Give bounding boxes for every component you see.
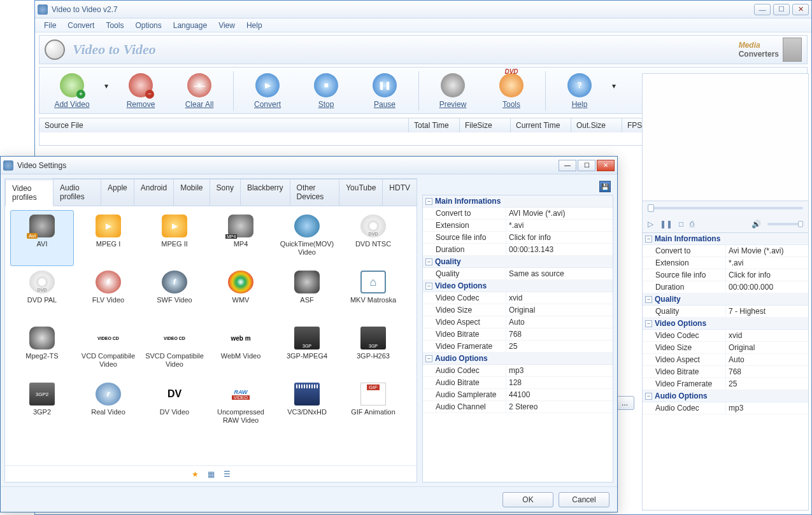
property-value[interactable]: Auto [725,354,808,365]
browse-output-button[interactable]: ... [615,396,634,410]
tab-audio-profiles[interactable]: Audio profiles [53,179,101,206]
property-row[interactable]: Extension*.avi [423,220,613,232]
tab-sony[interactable]: Sony [210,179,241,206]
profile-asf[interactable]: ASF [275,266,339,322]
menu-file[interactable]: File [39,20,61,31]
property-row[interactable]: Video Bitrate768 [643,366,808,378]
preview-button[interactable]: Preview [424,70,481,112]
maximize-button[interactable]: ☐ [773,4,790,15]
property-value[interactable]: 25 [506,341,613,352]
property-row[interactable]: Video Bitrate768 [423,328,613,341]
property-value[interactable]: Auto [506,316,613,328]
property-value[interactable]: *.avi [506,220,613,231]
group-expander[interactable]: − [425,198,432,205]
property-row[interactable]: Convert toAVI Movie (*.avi) [423,208,613,220]
profile-real-video[interactable]: rReal Video [76,378,140,434]
group-expander[interactable]: − [645,393,652,400]
property-value[interactable]: Avi Movie (*.avi) [725,245,808,257]
profile-mpeg-i[interactable]: ▶MPEG I [76,210,140,266]
grid-view-icon[interactable]: ▦ [208,470,215,479]
group-expander[interactable]: − [425,258,432,265]
property-value[interactable]: 2 Stereo [506,401,613,413]
save-profile-icon[interactable]: 💾 [599,181,611,192]
menu-view[interactable]: View [213,20,240,31]
property-row[interactable]: Video Codecxvid [643,330,808,342]
profile-3gp2[interactable]: 3GP23GP2 [10,378,74,434]
property-row[interactable]: Quality7 - Highest [643,306,808,318]
profile-dvd-pal[interactable]: DVD PAL [10,266,74,322]
property-row[interactable]: Source file infoClick for info [643,269,808,281]
profile-vc3-dnxhd[interactable]: VC3/DNxHD [275,378,339,434]
property-row[interactable]: Duration00:00:13.143 [423,244,613,256]
profile-3gp-h263[interactable]: 3GP3GP-H263 [341,322,405,378]
pause-button[interactable]: ❚❚Pause [356,70,413,112]
property-value[interactable]: AVI Movie (*.avi) [506,208,613,219]
property-value[interactable]: 128 [506,377,613,388]
cancel-button[interactable]: Cancel [559,492,609,507]
tab-blackberry[interactable]: Blackberry [240,179,290,206]
volume-slider[interactable] [767,223,803,225]
tab-mobile[interactable]: Mobile [173,179,210,206]
property-value[interactable]: Original [725,342,808,353]
group-expander[interactable]: − [645,320,652,327]
seek-bar[interactable] [643,201,808,215]
property-value[interactable]: Same as source [506,268,613,279]
property-value[interactable]: 00:00:13.143 [506,244,613,255]
help-dropdown[interactable]: ▾ [609,70,618,90]
property-row[interactable]: Duration00:00:00.000 [643,281,808,293]
menu-options[interactable]: Options [130,20,166,31]
profile-avi[interactable]: AVI [10,210,74,266]
stop-button[interactable]: ■Stop [297,70,355,112]
property-row[interactable]: Video Framerate25 [423,341,613,353]
stop-icon[interactable]: □ [679,220,683,229]
profile-dv-video[interactable]: DVDV Video [143,378,206,434]
help-button[interactable]: ?Help [551,70,608,112]
col-source[interactable]: Source File [39,118,409,132]
profile-dvd-ntsc[interactable]: DVD NTSC [341,210,405,266]
tab-android[interactable]: Android [134,179,174,206]
property-value[interactable]: 44100 [506,389,613,400]
property-row[interactable]: Video SizeOriginal [643,342,808,354]
snapshot-icon[interactable]: ⎙ [690,220,694,229]
profile-vcd-compatibile-video[interactable]: VIDEO CDVCD Compatibile Video [76,322,140,378]
minimize-button[interactable]: — [754,4,771,15]
convert-button[interactable]: ▶Convert [239,70,296,112]
property-row[interactable]: Extension*.avi [643,257,808,269]
property-value[interactable]: xvid [725,330,808,341]
dialog-maximize-button[interactable]: ☐ [578,160,595,171]
property-row[interactable]: Audio Samplerate44100 [423,389,613,401]
property-value[interactable]: 7 - Highest [725,306,808,317]
list-view-icon[interactable]: ☰ [224,470,231,479]
property-row[interactable]: Video AspectAuto [643,354,808,366]
property-value[interactable]: 768 [506,328,613,340]
profile-mkv-matroska[interactable]: MKV Matroska [341,266,405,322]
col-total-time[interactable]: Total Time [409,118,460,132]
add-video-button[interactable]: Add Video [43,70,101,112]
group-expander[interactable]: − [425,283,432,290]
col-current-time[interactable]: Current Time [511,118,571,132]
group-expander[interactable]: − [645,296,652,303]
property-row[interactable]: Audio Bitrate128 [423,377,613,389]
property-value[interactable]: Original [506,304,613,316]
property-row[interactable]: Source file infoClick for info [423,232,613,244]
property-value[interactable]: *.avi [725,257,808,269]
property-row[interactable]: Audio Codecmp3 [643,402,808,414]
play-icon[interactable]: ▷ [648,220,653,229]
profile-mpeg2-ts[interactable]: Mpeg2-TS [10,322,74,378]
close-button[interactable]: ✕ [792,4,809,15]
property-value[interactable]: mp3 [725,402,808,414]
profile-quicktime-mov-video[interactable]: QuickTime(MOV) Video [275,210,339,266]
profile-gif-animation[interactable]: GIF Animation [341,378,405,434]
tab-video-profiles[interactable]: Video profiles [5,180,53,206]
menu-help[interactable]: Help [241,20,267,31]
property-value[interactable]: 00:00:00.000 [725,281,808,293]
tools-button[interactable]: DVDTools [483,70,540,112]
property-row[interactable]: Video AspectAuto [423,316,613,328]
menu-tools[interactable]: Tools [101,20,129,31]
property-value[interactable]: 25 [725,378,808,390]
group-expander[interactable]: − [645,236,652,243]
clear-all-button[interactable]: —Clear All [171,70,228,112]
tab-youtube[interactable]: YouTube [339,179,383,206]
property-value[interactable]: Click for info [506,232,613,243]
property-row[interactable]: Video Framerate25 [643,378,808,390]
